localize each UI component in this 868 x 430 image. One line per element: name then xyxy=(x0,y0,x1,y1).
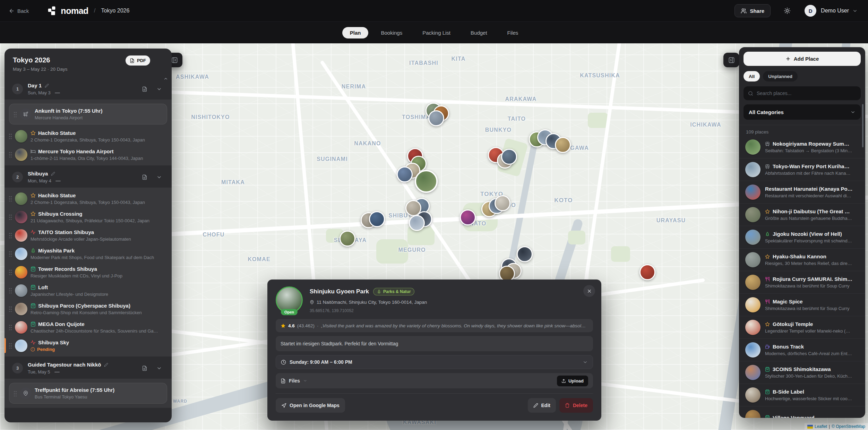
files-row[interactable]: Files Upload xyxy=(276,373,593,388)
day-name: Guided Tagestour nach Nikkō xyxy=(28,362,101,368)
drag-handle-icon[interactable] xyxy=(9,343,12,349)
map-marker[interactable] xyxy=(397,166,413,182)
share-button[interactable]: Share xyxy=(734,4,771,17)
day-header[interactable]: 1 Day 1 Sun, May 3 xyxy=(5,77,172,100)
place-list-item[interactable]: Hyaku-Shaku KannonRiesiges, 30 Meter hoh… xyxy=(739,248,865,271)
place-thumbnail xyxy=(15,192,27,205)
theme-toggle-sun-icon[interactable] xyxy=(784,7,791,14)
export-pdf-button[interactable]: PDF xyxy=(126,55,150,66)
itinerary-note-card[interactable]: Ankunft in Tokyo (7:55 Uhr) Mercure Hane… xyxy=(9,104,167,124)
close-button[interactable] xyxy=(583,285,595,297)
scroll-up-chevron-icon[interactable] xyxy=(163,76,168,81)
place-list-item[interactable]: Village Vanguard xyxy=(739,406,865,418)
avatar[interactable]: D xyxy=(805,5,816,17)
drag-handle-icon[interactable] xyxy=(9,324,12,330)
drag-handle-icon[interactable] xyxy=(9,214,12,220)
map-marker[interactable] xyxy=(369,211,385,227)
chevron-down-icon xyxy=(156,174,162,180)
tab-bookings[interactable]: Bookings xyxy=(373,27,410,38)
map-marker[interactable] xyxy=(409,215,425,231)
place-list-item[interactable]: Gōtokuji TempleLegendärer Tempel voller … xyxy=(739,316,865,338)
place-title: Restaurant Harunatei (Kanaya Po… xyxy=(765,186,853,192)
itinerary-place-row[interactable]: Shibuya Parco (Cyberspace Shibuya)Retro-… xyxy=(5,300,172,318)
edit-button[interactable]: Edit xyxy=(528,398,556,413)
place-list-item[interactable]: Bonus TrackModernes, dörfliches Café-Are… xyxy=(739,338,865,361)
app-logo[interactable]: nomad xyxy=(47,6,88,16)
day-header[interactable]: 2 Shibuya Mon, May 4 xyxy=(5,165,172,188)
file-text-icon xyxy=(142,86,147,92)
map-marker[interactable] xyxy=(340,231,355,247)
drag-handle-icon[interactable] xyxy=(9,287,12,293)
place-list-item[interactable]: B-Side LabelHochwertige, wasserfeste Sti… xyxy=(739,384,865,406)
itinerary-place-row[interactable]: Hachiko Statue2 Chome-1 Dogenzaka, Shibu… xyxy=(5,127,172,145)
nomad-logo-icon xyxy=(47,6,57,16)
open-google-maps-button[interactable]: Open in Google Maps xyxy=(276,398,345,413)
itinerary-place-row[interactable]: Hachiko Statue2 Chome-1 Dogenzaka, Shibu… xyxy=(5,189,172,208)
map-marker-selected[interactable] xyxy=(415,170,438,193)
map-marker[interactable] xyxy=(495,195,510,211)
itinerary-note-card[interactable]: Treffpunkt für Abreise (7:55 Uhr) Bus Te… xyxy=(9,383,167,404)
itinerary-place-row[interactable]: Shibuya SkyPending xyxy=(5,336,172,355)
search-box[interactable] xyxy=(744,86,861,100)
drag-handle-icon[interactable] xyxy=(14,111,17,117)
add-place-button[interactable]: Add Place xyxy=(744,52,861,66)
file-text-icon xyxy=(142,366,147,371)
place-list-item[interactable]: Nokogiriyama Ropeway Sum…Seilbahn: Talst… xyxy=(739,136,865,158)
day-header[interactable]: 3 Guided Tagestour nach Nikkō Tue, May 5 xyxy=(5,356,172,379)
place-list-item[interactable]: Magic SpiceShimokitazawa ist berühmt für… xyxy=(739,293,865,316)
opening-hours-row[interactable]: Sunday: 9:00 AM – 6:00 PM xyxy=(276,355,593,369)
user-menu-chevron-down-icon[interactable] xyxy=(852,8,858,14)
delete-button[interactable]: Delete xyxy=(559,398,593,413)
upload-icon xyxy=(561,379,566,383)
itinerary-place-row[interactable]: MEGA Don QuijoteChaotischer 24h-Discount… xyxy=(5,318,172,336)
drag-handle-icon[interactable] xyxy=(9,152,12,157)
tab-files[interactable]: Files xyxy=(500,27,526,38)
leaflet-link[interactable]: Leaflet xyxy=(815,424,827,429)
place-thumbnail xyxy=(15,321,27,334)
itinerary-place-row[interactable]: LoftJapanischer Lifestyle- und Designsto… xyxy=(5,281,172,300)
star-icon xyxy=(31,193,36,198)
back-button[interactable]: Back xyxy=(9,8,29,14)
upload-button[interactable]: Upload xyxy=(557,376,588,386)
place-list-item[interactable]: Jigoku Nozoki (View of Hell)Spektakuläre… xyxy=(739,226,865,248)
search-input[interactable] xyxy=(757,91,856,96)
item-title: Tower Records Shibuya xyxy=(38,266,97,272)
itinerary-place-row[interactable]: Mercure Tokyo Haneda Airport1-chōme-2-11… xyxy=(5,145,172,164)
place-list-item[interactable]: Rojiura Curry SAMURAI. Shim…Shimokitazaw… xyxy=(739,271,865,293)
place-list-item[interactable]: Restaurant Harunatei (Kanaya Po…Restaura… xyxy=(739,181,865,203)
alert-icon xyxy=(31,347,35,352)
tab-packing-list[interactable]: Packing List xyxy=(415,27,458,38)
category-filter-dropdown[interactable]: All Categories xyxy=(744,104,861,120)
map-marker[interactable] xyxy=(517,246,533,262)
itinerary-place-row[interactable]: Tower Records ShibuyaRiesiger Musikladen… xyxy=(5,263,172,281)
osm-link[interactable]: © OpenStreetMap xyxy=(832,424,865,429)
place-list-item[interactable]: 3COINS ShimokitazawaStylischer 300-Yen-L… xyxy=(739,361,865,384)
place-thumbnail xyxy=(745,230,760,245)
tab-plan[interactable]: Plan xyxy=(342,27,369,38)
scrollbar-thumb[interactable] xyxy=(862,104,863,147)
itinerary-place-row[interactable]: Shibuya Crossing21 Udagawacho, Shibuya, … xyxy=(5,208,172,226)
map-marker[interactable] xyxy=(501,149,517,165)
drag-handle-icon[interactable] xyxy=(9,306,12,312)
bag-icon xyxy=(31,266,36,272)
map-marker[interactable] xyxy=(639,264,655,280)
note-input[interactable]: Startet im riesigen Stadtpark. Perfekt f… xyxy=(276,336,593,351)
drag-handle-icon[interactable] xyxy=(9,251,12,257)
map-marker[interactable] xyxy=(460,209,476,225)
filter-pill-all[interactable]: All xyxy=(744,71,760,81)
place-list-item[interactable]: Tokyo-Wan Ferry Port Kuriha…Abfahrtsstat… xyxy=(739,158,865,181)
place-title: Nihon-ji Daibutsu (The Great … xyxy=(773,208,850,214)
drag-handle-icon[interactable] xyxy=(14,390,17,396)
drag-handle-icon[interactable] xyxy=(9,232,12,238)
drag-handle-icon[interactable] xyxy=(9,269,12,275)
itinerary-place-row[interactable]: Miyashita ParkModerner Park mit Shops, F… xyxy=(5,244,172,263)
tab-budget[interactable]: Budget xyxy=(463,27,495,38)
place-list-item[interactable]: Nihon-ji Daibutsu (The Great …Größte aus… xyxy=(739,203,865,226)
collapse-right-panel-button[interactable] xyxy=(723,53,739,67)
filter-pill-unplanned[interactable]: Unplanned xyxy=(763,71,798,81)
itinerary-place-row[interactable]: TAITO Station ShibuyaMehrstöckige Arcade… xyxy=(5,226,172,244)
map-marker[interactable] xyxy=(555,137,571,153)
map-marker[interactable] xyxy=(428,110,444,126)
drag-handle-icon[interactable] xyxy=(9,196,12,201)
drag-handle-icon[interactable] xyxy=(9,133,12,139)
